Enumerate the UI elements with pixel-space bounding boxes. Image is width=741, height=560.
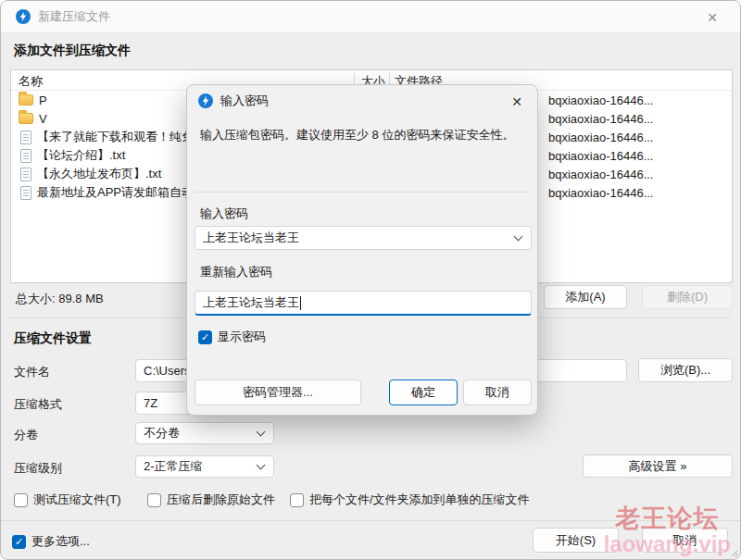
add-files-header: 添加文件到压缩文件 [14,43,131,59]
app-icon [16,9,31,24]
file-path: bqxiaoxiao-16446... [548,131,730,144]
checkbox-checked: ✓ [198,330,212,344]
checkbox-label: 把每个文件/文件夹添加到单独的压缩文件 [309,492,530,508]
divider [1,520,740,521]
level-value: 2-正常压缩 [144,458,203,475]
file-path: bqxiaoxiao-16446... [548,186,730,200]
password-label: 输入密码 [200,205,248,222]
dialog-titlebar: 输入密码 [187,85,537,117]
confirm-password-input[interactable]: 上老王论坛当老王 [195,291,532,316]
advanced-settings-button[interactable]: 高级设置 » [583,454,733,478]
password-input[interactable]: 上老王论坛当老王 [195,226,532,250]
text-file-icon [20,131,31,144]
total-size-text: 总大小: 89.8 MB [16,291,104,307]
file-path: bqxiaoxiao-16446... [548,168,730,181]
window-title: 新建压缩文件 [38,8,110,25]
file-path: bqxiaoxiao-16446... [548,149,730,163]
dialog-close-icon[interactable]: ✕ [506,92,528,112]
divider [195,192,530,193]
file-name: 【永久地址发布页】.txt [37,166,161,182]
checkbox-unchecked [290,493,304,507]
folder-icon [19,94,33,106]
checkbox-label: 压缩后删除原始文件 [167,492,275,508]
new-archive-window: 新建压缩文件 ✕ 添加文件到压缩文件 名称 大小 文件路径 P bqxiaoxi… [0,0,741,560]
file-name: 【论坛介绍】.txt [37,147,125,164]
checkbox-label: 更多选项... [31,533,90,550]
checkbox-checked: ✓ [12,535,26,549]
file-path: bqxiaoxiao-16446... [548,112,730,126]
titlebar: 新建压缩文件 [1,1,740,32]
close-icon[interactable]: ✕ [701,7,723,28]
add-button[interactable]: 添加(A) [544,285,627,309]
level-label: 压缩级别 [14,460,62,477]
volume-label: 分卷 [14,427,38,443]
file-name: 最新地址及APP请发邮箱自动 [37,184,194,201]
password-manager-button[interactable]: 密码管理器... [195,380,361,405]
confirm-password-value: 上老王论坛当老王 [203,294,299,311]
folder-icon [19,113,33,124]
test-archive-checkbox[interactable]: 测试压缩文件(T) [14,492,121,508]
cancel-button[interactable]: 取消 [642,528,728,553]
file-path: bqxiaoxiao-16446... [548,93,730,107]
checkbox-unchecked [147,493,161,507]
text-file-icon [20,186,31,200]
show-password-checkbox[interactable]: ✓ 显示密码 [198,329,266,345]
checkbox-label: 显示密码 [218,329,266,345]
text-file-icon [20,168,31,181]
browse-button[interactable]: 浏览(B)... [638,358,733,382]
checkbox-unchecked [14,493,28,507]
file-name: 【来了就能下载和观看！纯免 [37,129,194,145]
text-file-icon [20,149,31,163]
dialog-cancel-button[interactable]: 取消 [463,380,532,405]
text-cursor [300,296,301,310]
app-icon [198,93,213,108]
start-button[interactable]: 开始(S) [533,528,619,553]
resize-grip[interactable] [729,548,737,556]
confirm-password-label: 重新输入密码 [200,264,272,280]
volume-value: 不分卷 [144,425,180,442]
file-name: V [39,112,47,126]
check-icon: ✓ [201,331,209,343]
volume-select[interactable]: 不分卷 [135,422,274,444]
level-select[interactable]: 2-正常压缩 [135,455,274,478]
chevron-down-icon [257,461,266,470]
format-value: 7Z [144,396,157,410]
ok-button[interactable]: 确定 [389,380,458,405]
check-icon: ✓ [15,536,23,548]
separate-archives-checkbox[interactable]: 把每个文件/文件夹添加到单独的压缩文件 [290,492,530,508]
delete-button: 删除(D) [642,285,733,309]
archive-settings-header: 压缩文件设置 [14,330,92,347]
dialog-message: 输入压缩包密码。建议使用至少 8 位的密码来保证安全性。 [200,126,526,144]
password-value: 上老王论坛当老王 [203,230,299,246]
dialog-title: 输入密码 [220,93,269,109]
file-name: P [39,93,47,107]
filename-label: 文件名 [14,364,50,380]
checkbox-label: 测试压缩文件(T) [33,492,121,508]
chevron-down-icon [514,232,523,242]
column-name[interactable]: 名称 [19,73,43,90]
format-label: 压缩格式 [14,396,62,413]
more-options-checkbox[interactable]: ✓ 更多选项... [12,533,90,550]
password-dialog: 输入密码 ✕ 输入压缩包密码。建议使用至少 8 位的密码来保证安全性。 输入密码… [186,84,538,416]
chevron-down-icon [257,428,266,437]
delete-after-checkbox[interactable]: 压缩后删除原始文件 [147,492,275,508]
